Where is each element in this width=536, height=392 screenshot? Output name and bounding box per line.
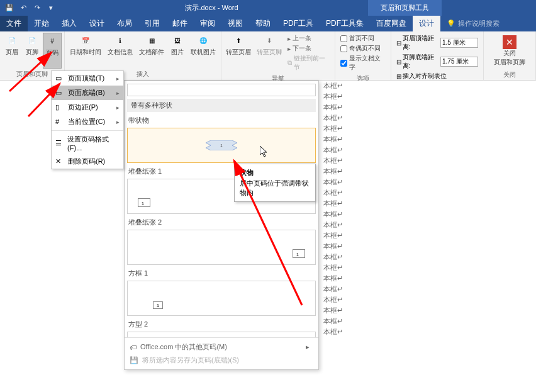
menubar: 文件 开始 插入 设计 布局 引用 邮件 审阅 视图 帮助 PDF工具 PDF工… — [0, 16, 536, 31]
tab-review[interactable]: 审阅 — [194, 16, 221, 31]
group-label-close: 关闭 — [486, 69, 533, 79]
goto-footer-button[interactable]: ⬇ 转至页脚 — [255, 33, 284, 73]
doc-text-line: 本框↵ — [320, 91, 536, 102]
cursor-icon — [260, 146, 269, 159]
document-title: 演示.docx - Word — [55, 3, 368, 13]
page-top-icon: ▭ — [55, 74, 64, 83]
gallery-tile-stacked2[interactable]: 1 — [127, 230, 316, 265]
doc-text-line: 本框↵ — [320, 166, 536, 177]
close-icon: ✕ — [503, 35, 516, 49]
gallery-item-label: 方框 1 — [128, 269, 316, 278]
tab-pdf-tool[interactable]: PDF工具 — [277, 16, 320, 31]
doc-text-line: 本框↵ — [320, 188, 536, 198]
picture-icon: 🖼 — [171, 34, 184, 47]
redo-icon[interactable]: ↷ — [33, 4, 42, 13]
dd-page-margin[interactable]: ▯ 页边距(P) ▸ — [52, 100, 123, 115]
date-time-button[interactable]: 📅 日期和时间 — [67, 33, 104, 69]
qat-dropdown-icon[interactable]: ▾ — [47, 4, 55, 13]
gallery-tile-banner[interactable]: 1 — [127, 128, 316, 163]
picture-button[interactable]: 🖼 图片 — [168, 33, 187, 69]
dd-page-top[interactable]: ▭ 页面顶端(T) ▸ — [52, 71, 123, 86]
header-icon: 📄 — [6, 34, 18, 47]
goto-footer-icon: ⬇ — [263, 34, 276, 47]
page-bottom-icon: ▭ — [55, 89, 64, 98]
diff-odd-even-checkbox[interactable]: 奇偶页不同 — [340, 44, 385, 53]
chevron-right-icon: ▸ — [306, 343, 310, 351]
doc-parts-icon: ▦ — [145, 34, 158, 47]
doc-info-icon: ℹ — [114, 34, 126, 47]
dd-current-position[interactable]: # 当前位置(C) ▸ — [52, 115, 123, 129]
tab-baidu[interactable]: 百度网盘 — [370, 16, 413, 31]
tab-view[interactable]: 视图 — [221, 16, 249, 31]
date-time-icon: 📅 — [79, 34, 92, 47]
diff-first-page-checkbox[interactable]: 首页不同 — [340, 34, 385, 43]
footer-icon: 📄 — [26, 34, 38, 47]
gallery-office-more[interactable]: 🏷 Office.com 中的其他页码(M) ▸ — [127, 340, 316, 354]
doc-text-line: 本框↵ — [320, 123, 536, 134]
tab-insert[interactable]: 插入 — [55, 16, 83, 31]
tab-home[interactable]: 开始 — [28, 16, 55, 31]
dd-page-bottom[interactable]: ▭ 页面底端(B) ▸ — [52, 86, 123, 100]
show-doc-text-checkbox[interactable]: 显示文档文字 — [340, 54, 385, 72]
insert-align-tab-button[interactable]: ⊞插入对齐制表位 — [396, 72, 478, 81]
office-icon: 🏷 — [130, 344, 137, 351]
tab-mailings[interactable]: 邮件 — [166, 16, 194, 31]
chevron-right-icon: ▸ — [116, 76, 120, 82]
tab-layout[interactable]: 布局 — [111, 16, 138, 31]
undo-icon[interactable]: ↶ — [19, 4, 28, 13]
tab-design[interactable]: 设计 — [83, 16, 111, 31]
doc-text-line: 本框↵ — [320, 230, 536, 241]
header-button[interactable]: 📄 页眉 — [3, 33, 21, 69]
doc-text-line: 本框↵ — [320, 316, 536, 327]
online-picture-button[interactable]: 🌐 联机图片 — [188, 33, 218, 69]
close-hf-button[interactable]: ✕ 关闭 页眉和页脚 — [486, 33, 533, 69]
doc-text-line: 本框↵ — [320, 294, 536, 305]
gallery-tile-box1[interactable]: 1 — [127, 281, 316, 316]
next-section-button[interactable]: ▸下一条 — [288, 44, 330, 53]
banner-icon: 1 — [206, 140, 237, 150]
titlebar: 💾 ↶ ↷ ▾ 演示.docx - Word 页眉和页脚工具 — [0, 0, 536, 16]
link-previous-button[interactable]: ⧉链接到前一节 — [288, 54, 330, 72]
current-pos-icon: # — [55, 118, 64, 126]
gallery-tile-box2[interactable] — [127, 332, 316, 337]
save-selection-icon: 💾 — [130, 356, 138, 364]
chevron-right-icon: ▸ — [116, 119, 120, 125]
gallery-save-selection[interactable]: 💾 将所选内容另存为页码(底端)(S) — [127, 354, 316, 367]
footer-distance-input[interactable] — [440, 57, 478, 67]
tell-me-search[interactable]: 💡 操作说明搜索 — [447, 19, 500, 28]
tab-hf-design[interactable]: 设计 — [413, 16, 440, 31]
doc-text-line: 本框↵ — [320, 209, 536, 220]
doc-text-line: 本框↵ — [320, 155, 536, 166]
doc-text-line: 本框↵ — [320, 220, 536, 230]
online-picture-icon: 🌐 — [197, 34, 209, 47]
prev-section-button[interactable]: ▸上一条 — [288, 34, 330, 43]
doc-text-line: 本框↵ — [320, 327, 536, 337]
doc-parts-button[interactable]: ▦ 文档部件 — [137, 33, 167, 69]
gallery-item-label: 堆叠纸张 2 — [128, 218, 316, 227]
dd-format[interactable]: ☰ 设置页码格式(F)... — [52, 132, 123, 154]
tab-references[interactable]: 引用 — [138, 16, 166, 31]
goto-header-button[interactable]: ⬆ 转至页眉 — [224, 33, 254, 73]
header-distance-input[interactable] — [440, 38, 478, 48]
footer-button[interactable]: 📄 页脚 — [23, 33, 42, 69]
doc-info-button[interactable]: ℹ 文档信息 — [105, 33, 135, 69]
doc-text-line: 本框↵ — [320, 273, 536, 284]
chevron-right-icon: ▸ — [116, 104, 120, 111]
tooltip: 状物 居中页码位于强调带状物内 — [234, 164, 316, 202]
dd-remove[interactable]: ✕ 删除页码(R) — [52, 154, 123, 169]
tab-help[interactable]: 帮助 — [249, 16, 277, 31]
format-icon: ☰ — [55, 139, 64, 148]
tab-pdf-tool-set[interactable]: PDF工具集 — [320, 16, 370, 31]
doc-text-line: 本框↵ — [320, 241, 536, 252]
doc-text-line: 本框↵ — [320, 145, 536, 155]
page-number-button[interactable]: # 页码 — [43, 33, 62, 69]
contextual-tool-tab: 页眉和页脚工具 — [368, 0, 442, 16]
gallery-item-label: 方型 2 — [128, 320, 316, 329]
save-icon[interactable]: 💾 — [5, 4, 14, 13]
gallery-category-shapes: 带有多种形状 — [127, 99, 316, 112]
doc-text-line: 本框↵ — [320, 81, 536, 91]
doc-text-line: 本框↵ — [320, 134, 536, 145]
doc-text-line: 本框↵ — [320, 305, 536, 316]
tab-file[interactable]: 文件 — [0, 16, 28, 31]
remove-icon: ✕ — [55, 157, 64, 166]
